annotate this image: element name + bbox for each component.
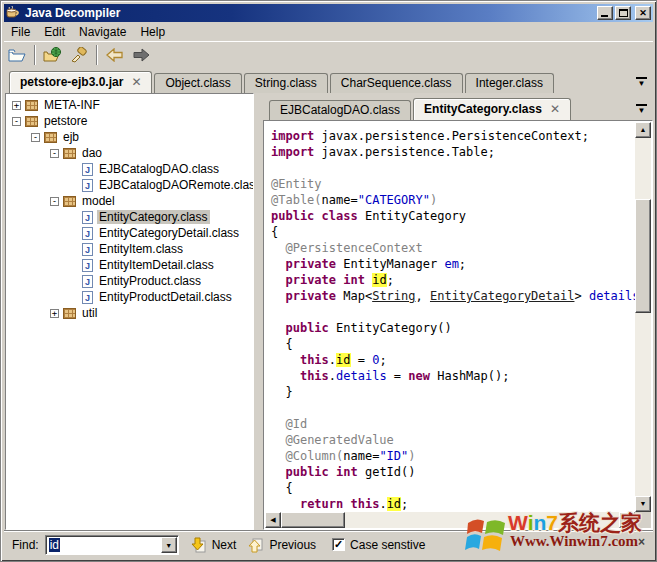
- tab-close-icon[interactable]: ✕: [550, 104, 560, 114]
- class-file-icon: J: [82, 275, 93, 288]
- tree-item[interactable]: JEJBCatalogDAORemote.class: [6, 177, 253, 193]
- tree-item[interactable]: +util: [6, 305, 253, 321]
- code-line: this.details = new HashMap();: [271, 368, 635, 384]
- code-line: @Id: [271, 416, 635, 432]
- code-line: private Map<String, EntityCategoryDetail…: [271, 288, 635, 304]
- menu-item-file[interactable]: File: [4, 24, 37, 40]
- tree-item[interactable]: JEntityItemDetail.class: [6, 257, 253, 273]
- code-line: return this.id;: [271, 496, 635, 512]
- open-file-icon[interactable]: [5, 44, 29, 67]
- vertical-scrollbar[interactable]: ▲ ▼: [635, 122, 651, 512]
- scroll-down-icon[interactable]: ▼: [635, 496, 651, 512]
- tab-label: CharSequence.class: [341, 76, 452, 90]
- menu-item-navigate[interactable]: Navigate: [72, 24, 133, 40]
- code-line: public EntityCategory(): [271, 320, 635, 336]
- find-dropdown-icon[interactable]: ▼: [161, 537, 177, 553]
- code-line: @Entity: [271, 176, 635, 192]
- tree-item-label: EntityItem.class: [97, 242, 185, 256]
- case-sensitive-checkbox[interactable]: ✓: [332, 538, 345, 551]
- previous-label: Previous: [269, 538, 316, 552]
- find-input-value: id: [49, 538, 60, 552]
- horizontal-scroll-thumb[interactable]: [281, 512, 345, 528]
- class-file-icon: J: [82, 211, 93, 224]
- toolbar-separator: [34, 45, 36, 65]
- tree-item-label: EJBCatalogDAORemote.class: [97, 178, 254, 192]
- previous-button[interactable]: Previous: [248, 537, 316, 553]
- find-input[interactable]: id ▼: [45, 535, 179, 555]
- menu-bar: FileEditNavigateHelp: [4, 23, 653, 41]
- tree-expander-icon[interactable]: -: [12, 117, 21, 126]
- toolbar-separator: [96, 45, 98, 65]
- horizontal-scrollbar[interactable]: ◀ ▶: [265, 512, 635, 528]
- tree-item-label: EntityProduct.class: [97, 274, 203, 288]
- class-file-icon: J: [82, 227, 93, 240]
- tree-item-label: META-INF: [42, 98, 102, 112]
- vertical-scroll-thumb[interactable]: [635, 199, 651, 313]
- tree-item[interactable]: JEntityCategoryDetail.class: [6, 225, 253, 241]
- window-title: Java Decompiler: [25, 6, 120, 20]
- tree-expander-icon[interactable]: -: [31, 133, 40, 142]
- tab-list-chevron-icon[interactable]: ▼: [636, 77, 647, 87]
- tree-item[interactable]: -ejb: [6, 129, 253, 145]
- archive-tab[interactable]: Integer.class: [465, 73, 554, 93]
- code-line: public class EntityCategory: [271, 208, 635, 224]
- back-icon[interactable]: [103, 44, 127, 67]
- minimize-button[interactable]: [597, 6, 613, 20]
- tree-item[interactable]: -dao: [6, 145, 253, 161]
- maximize-button[interactable]: [615, 6, 631, 20]
- package-icon: [25, 116, 38, 127]
- scroll-left-icon[interactable]: ◀: [265, 512, 281, 528]
- tree-item[interactable]: JEntityProduct.class: [6, 273, 253, 289]
- tree-item[interactable]: JEntityCategory.class: [6, 209, 253, 225]
- forward-icon[interactable]: [129, 44, 153, 67]
- document-tab[interactable]: EntityCategory.class✕: [413, 98, 571, 120]
- tree-item[interactable]: +META-INF: [6, 97, 253, 113]
- class-file-icon: J: [82, 243, 93, 256]
- code-view[interactable]: import javax.persistence.PersistenceCont…: [265, 122, 635, 512]
- menu-item-edit[interactable]: Edit: [37, 24, 72, 40]
- tree-item[interactable]: JEntityProductDetail.class: [6, 289, 253, 305]
- class-file-icon: J: [82, 259, 93, 272]
- tree-expander-icon[interactable]: +: [50, 309, 59, 318]
- tree-expander-icon[interactable]: +: [12, 101, 21, 110]
- tree-expander-icon[interactable]: -: [50, 197, 59, 206]
- tree-item-label: util: [80, 306, 99, 320]
- archive-tab[interactable]: petstore-ejb3.0.jar✕: [9, 71, 152, 93]
- code-line: }: [271, 384, 635, 400]
- search-icon[interactable]: [67, 44, 91, 67]
- class-file-icon: J: [82, 291, 93, 304]
- tree-expander-icon[interactable]: -: [50, 149, 59, 158]
- tree-item-label: EntityProductDetail.class: [97, 290, 234, 304]
- find-bar: Find: id ▼ Next Previous ✓ Case senstive: [4, 530, 653, 558]
- document-tab-bar: EJBCatalogDAO.classEntityCategory.class✕…: [263, 93, 653, 120]
- menu-item-help[interactable]: Help: [133, 24, 172, 40]
- tree-item-label: EJBCatalogDAO.class: [97, 162, 221, 176]
- document-tab[interactable]: EJBCatalogDAO.class: [269, 100, 411, 120]
- tree-item-label: model: [80, 194, 117, 208]
- open-type-icon[interactable]: [41, 44, 65, 67]
- scrollbar-corner: [635, 512, 651, 528]
- scroll-right-icon[interactable]: ▶: [619, 512, 635, 528]
- tab-close-icon[interactable]: ✕: [131, 77, 141, 87]
- tree-item[interactable]: -petstore: [6, 113, 253, 129]
- code-line: import javax.persistence.PersistenceCont…: [271, 128, 635, 144]
- archive-tab[interactable]: CharSequence.class: [330, 73, 463, 93]
- doc-tab-list-chevron-icon[interactable]: ▼: [636, 104, 647, 114]
- source-panel: EJBCatalogDAO.classEntityCategory.class✕…: [263, 93, 653, 530]
- tree-item-label: EntityCategory.class: [97, 210, 210, 224]
- code-line: @Table(name="CATEGORY"): [271, 192, 635, 208]
- tab-label: String.class: [255, 76, 317, 90]
- tree-item[interactable]: JEntityItem.class: [6, 241, 253, 257]
- close-button[interactable]: ✕: [635, 6, 651, 20]
- tab-label: petstore-ejb3.0.jar: [20, 75, 123, 89]
- code-line: @Column(name="ID"): [271, 448, 635, 464]
- panel-splitter[interactable]: [254, 93, 263, 530]
- scroll-up-icon[interactable]: ▲: [635, 122, 651, 138]
- next-button[interactable]: Next: [191, 537, 237, 553]
- toolbar: [4, 41, 653, 68]
- archive-tab[interactable]: String.class: [244, 73, 328, 93]
- tree-item[interactable]: JEJBCatalogDAO.class: [6, 161, 253, 177]
- tree-item[interactable]: -model: [6, 193, 253, 209]
- archive-tab[interactable]: Object.class: [154, 73, 241, 93]
- code-line: private EntityManager em;: [271, 256, 635, 272]
